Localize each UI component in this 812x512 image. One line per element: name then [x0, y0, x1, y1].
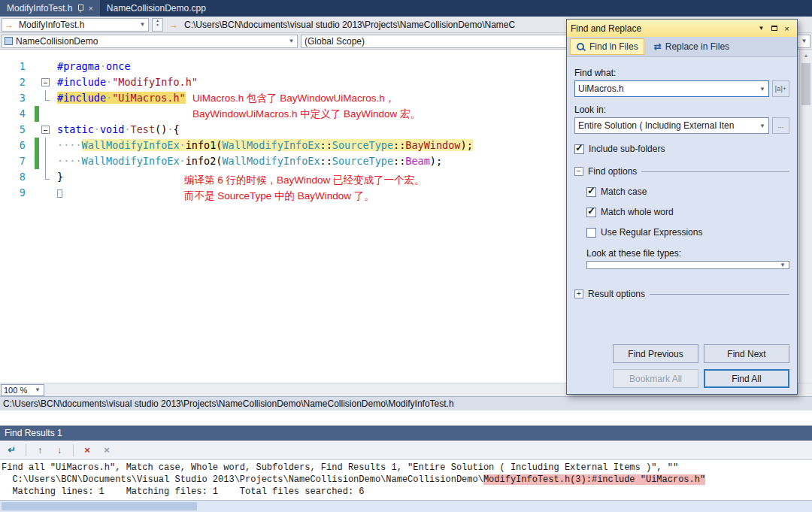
annotation-text-bottom: 编译第 6 行的时候，BayWindow 已经变成了一个宏。 而不是 Sourc… [184, 172, 425, 204]
checkbox-checked-icon[interactable]: ✓ [586, 187, 596, 197]
nav-spinner-control[interactable]: ▲ ▼ [152, 18, 163, 32]
toolbar-separator [26, 444, 26, 456]
chevron-down-icon[interactable]: ▼ [798, 38, 810, 44]
find-previous-button[interactable]: Find Previous [613, 344, 698, 363]
find-results-stats: Matching lines: 1 Matching files: 1 Tota… [2, 486, 810, 498]
line-number: 2 [0, 74, 35, 90]
fold-margin [39, 153, 51, 169]
scrollbar-thumb[interactable] [801, 63, 810, 105]
find-results-toolbar: ↵ ↑ ↓ × × [0, 441, 812, 460]
chevron-down-icon[interactable]: ▼ [34, 386, 41, 393]
find-options-label: Find options [588, 166, 637, 177]
find-results-title: Find Results 1 [5, 428, 62, 438]
fold-margin [39, 59, 51, 74]
previous-location-icon[interactable]: ↑ [31, 443, 49, 458]
chevron-down-icon[interactable]: ▼ [137, 21, 148, 28]
scrollbar-thumb[interactable] [2, 502, 197, 510]
tab-replace-in-files[interactable]: ⇄ Replace in Files [649, 39, 735, 54]
match-whole-word-row[interactable]: ✓ Match whole word [586, 207, 789, 217]
editor-vertical-scrollbar[interactable]: ▲ [799, 50, 812, 383]
match-whole-word-label: Match whole word [601, 207, 674, 217]
chevron-down-icon[interactable]: ▼ [756, 86, 768, 92]
annotation-line: 编译第 6 行的时候，BayWindow 已经变成了一个宏。 [184, 172, 425, 188]
tab-namecollisiondemo-cpp[interactable]: NameCollisionDemo.cpp [100, 0, 213, 17]
match-case-row[interactable]: ✓ Match case [586, 186, 789, 197]
find-next-button[interactable]: Find Next [704, 344, 789, 363]
close-icon[interactable]: × [780, 24, 793, 33]
fold-margin [39, 185, 51, 201]
float-window-icon[interactable] [768, 26, 780, 31]
window-position-icon[interactable]: ▼ [755, 25, 768, 32]
find-what-value: UiMacros.h [575, 83, 756, 94]
find-window-body: Find what: UiMacros.h ▼ [a]+ Look in: En… [567, 57, 797, 394]
find-results-scrollbar[interactable] [0, 500, 812, 512]
look-in-dropdown[interactable]: Entire Solution ( Including External Ite… [574, 117, 769, 134]
replace-in-files-icon: ⇄ [654, 41, 662, 52]
go-to-location-icon[interactable]: ↵ [3, 443, 21, 458]
fold-collapse-icon[interactable] [39, 74, 51, 90]
project-dropdown[interactable]: NameCollisionDemo ▼ [2, 35, 298, 48]
file-dropdown[interactable]: → ModifyInfoTest.h ▼ [2, 18, 149, 32]
fold-margin [39, 90, 51, 106]
check-icon: ✓ [587, 185, 595, 196]
find-window-tabs: Find in Files ⇄ Replace in Files [567, 37, 797, 57]
annotation-line: BayWindowUiMacros.h 中定义了 BayWindow 宏。 [192, 106, 420, 122]
file-types-dropdown[interactable]: ▼ [586, 261, 789, 269]
scroll-up-icon[interactable]: ▲ [800, 50, 812, 58]
pin-icon[interactable] [77, 4, 83, 14]
use-regex-row[interactable]: Use Regular Expressions [586, 227, 789, 238]
tab-label: NameCollisionDemo.cpp [107, 3, 206, 14]
chevron-down-icon[interactable]: ▼ [777, 262, 789, 268]
find-results-match-line[interactable]: C:\Users\BCN\Documents\Visual Studio 201… [2, 474, 810, 486]
next-location-icon[interactable]: ↓ [50, 443, 68, 458]
find-all-button[interactable]: Find All [704, 369, 789, 388]
annotation-text-top: UiMacros.h 包含了 BayWindowUiMacros.h， BayW… [192, 90, 420, 122]
spin-down-icon[interactable]: ▼ [156, 25, 159, 29]
code-text: #include·"ModifyInfo.h" [51, 74, 198, 90]
code-text: ····WallModifyInfoEx·info1(WallModifyInf… [51, 138, 473, 153]
cancel-search-icon[interactable]: × [98, 443, 116, 458]
find-window-titlebar[interactable]: Find and Replace ▼ × [567, 20, 797, 37]
tab-find-in-files[interactable]: Find in Files [570, 38, 644, 55]
fold-collapse-icon[interactable] [39, 122, 51, 138]
code-text: } [51, 169, 63, 185]
result-match-highlight: ModifyInfoTest.h(3):#include "UiMacros.h… [483, 474, 705, 485]
file-types-label: Look at these file types: [586, 248, 789, 259]
close-icon[interactable]: × [88, 5, 92, 13]
tab-label: ModifyInfoTest.h [7, 3, 72, 14]
find-and-replace-window: Find and Replace ▼ × Find in Files ⇄ Rep… [566, 19, 798, 395]
checkbox-checked-icon[interactable]: ✓ [574, 144, 584, 154]
expression-builder-button[interactable]: [a]+ [772, 80, 789, 97]
browse-folders-button[interactable]: ... [772, 117, 789, 134]
nav-arrow-icon: → [166, 20, 181, 30]
chevron-down-icon[interactable]: ▼ [756, 123, 768, 129]
look-in-label: Look in: [574, 105, 789, 115]
expand-icon[interactable]: + [574, 289, 583, 298]
fold-margin [39, 169, 51, 185]
group-rule [641, 171, 789, 172]
line-number: 8 [0, 169, 35, 185]
result-options-group[interactable]: + Result options [574, 289, 789, 299]
collapse-icon[interactable]: − [574, 167, 583, 176]
line-number: 4 [0, 106, 35, 122]
checkbox-unchecked-icon[interactable] [586, 228, 596, 238]
bookmark-all-button[interactable]: Bookmark All [613, 369, 698, 388]
result-options-label: Result options [588, 289, 645, 299]
find-what-input[interactable]: UiMacros.h ▼ [574, 80, 769, 97]
checkbox-checked-icon[interactable]: ✓ [586, 208, 596, 217]
check-icon: ✓ [587, 205, 595, 217]
find-results-header[interactable]: Find Results 1 [0, 426, 812, 441]
look-in-value: Entire Solution ( Including External Ite… [575, 120, 756, 131]
find-options-group[interactable]: − Find options [574, 166, 789, 177]
find-results-output[interactable]: Find all "UiMacros.h", Match case, Whole… [0, 460, 812, 500]
code-text [51, 185, 62, 201]
tab-label: Replace in Files [665, 41, 729, 52]
line-number: 9 [0, 185, 35, 201]
include-subfolders-row[interactable]: ✓ Include sub-folders [574, 144, 789, 154]
code-text: #include·"UiMacros.h" [51, 90, 186, 106]
tab-modifyinfotest-h[interactable]: ModifyInfoTest.h × [0, 0, 100, 17]
clear-all-icon[interactable]: × [78, 443, 96, 458]
chevron-down-icon[interactable]: ▼ [286, 38, 297, 44]
line-number: 1 [0, 59, 35, 74]
zoom-control[interactable]: 100 % ▼ [1, 384, 44, 396]
